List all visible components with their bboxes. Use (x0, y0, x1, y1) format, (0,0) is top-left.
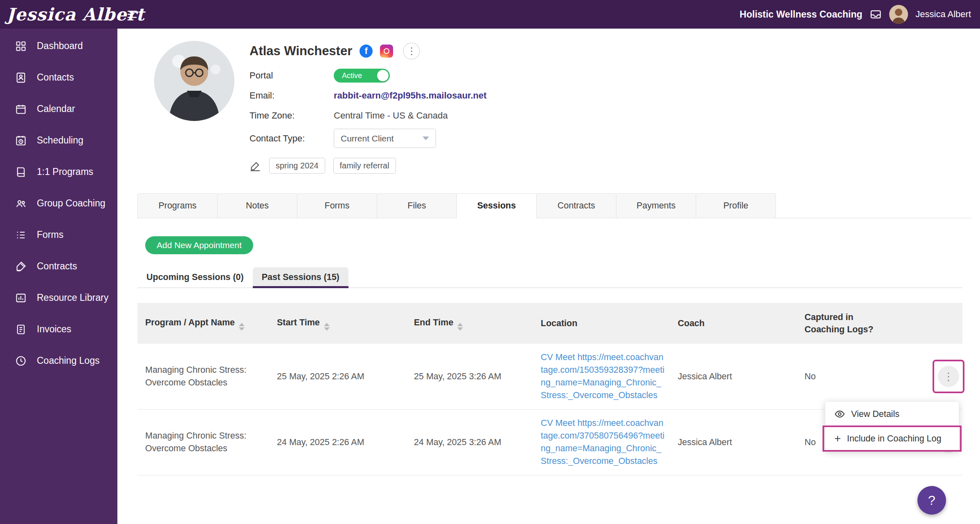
tab-notes[interactable]: Notes (217, 193, 297, 218)
tab-sessions[interactable]: Sessions (456, 193, 537, 218)
sidebar-item-label: Group Coaching (37, 198, 106, 209)
inbox-icon[interactable] (870, 8, 882, 20)
help-button[interactable]: ? (917, 486, 946, 515)
sidebar-item-invoices[interactable]: Invoices (0, 314, 117, 345)
sidebar-toggle-button[interactable] (126, 8, 138, 20)
sidebar-item-label: Coaching Logs (37, 355, 99, 366)
toggle-knob (377, 70, 389, 81)
sidebar-item-group-coaching[interactable]: Group Coaching (0, 188, 117, 219)
menu-item-include-in-coaching-log[interactable]: + Include in Coaching Log (825, 426, 959, 451)
calendar-icon (14, 102, 28, 116)
hamburger-icon (126, 8, 138, 20)
subtab-past-sessions[interactable]: Past Sessions (15) (253, 267, 348, 287)
tab-payments[interactable]: Payments (616, 193, 696, 218)
user-avatar[interactable] (889, 5, 908, 24)
contact-details: Atlas Winchester f ⋮ Portal Active Email… (249, 41, 487, 174)
add-new-appointment-button[interactable]: Add New Appointment (145, 236, 253, 254)
portal-row: Portal Active (249, 69, 487, 83)
contact-tabs: Programs Notes Forms Files Sessions Cont… (137, 193, 972, 218)
dashboard-icon (14, 39, 28, 53)
email-label: Email: (249, 90, 334, 101)
contact-avatar (154, 41, 234, 121)
sidebar-item-resource-library[interactable]: Resource Library (0, 282, 117, 314)
sidebar-item-label: Contracts (37, 261, 77, 272)
sort-icon[interactable] (324, 323, 330, 331)
programs-icon (14, 165, 28, 179)
contact-type-row: Contact Type: Current Client (249, 129, 487, 148)
sort-icon[interactable] (457, 323, 463, 331)
sort-icon[interactable] (239, 323, 245, 331)
sidebar-item-label: Calendar (37, 103, 75, 114)
subtab-upcoming-sessions[interactable]: Upcoming Sessions (0) (137, 267, 253, 287)
session-start: 25 May, 2025 2:26 AM (270, 344, 407, 410)
sidebar-item-programs[interactable]: 1:1 Programs (0, 156, 117, 188)
tab-programs[interactable]: Programs (137, 193, 218, 218)
sidebar-item-scheduling[interactable]: Scheduling (0, 125, 117, 156)
col-location: Location (534, 303, 671, 344)
email-link[interactable]: rabbit-earn@f2pl95hs.mailosaur.net (334, 90, 487, 101)
col-program[interactable]: Program / Appt Name (137, 303, 270, 344)
sidebar-item-dashboard[interactable]: Dashboard (0, 30, 117, 62)
sidebar-item-contracts[interactable]: Contracts (0, 251, 117, 282)
table-header-row: Program / Appt Name Start Time End Time … (137, 303, 962, 344)
location-link[interactable]: CV Meet https://meet.coachvantage.com/15… (541, 351, 665, 402)
sidebar-item-label: Scheduling (37, 135, 83, 146)
session-actions: ⋮ (899, 344, 962, 410)
portal-toggle[interactable]: Active (334, 69, 390, 83)
contacts-icon (14, 71, 28, 85)
row-actions-menu: View Details + Include in Coaching Log (825, 401, 959, 451)
contact-photo (154, 41, 234, 121)
topbar-right: Holistic Wellness Coaching Jessica Alber… (739, 5, 980, 24)
sidebar-item-calendar[interactable]: Calendar (0, 93, 117, 125)
col-start-time[interactable]: Start Time (270, 303, 407, 344)
coaching-logs-icon (14, 354, 28, 368)
contact-type-select[interactable]: Current Client (334, 129, 436, 148)
eye-icon (834, 409, 845, 419)
contact-info-rows: Portal Active Email: rabbit-earn@f2pl95h… (249, 69, 487, 148)
tab-profile[interactable]: Profile (696, 193, 776, 218)
tags-row: spring 2024 family referral (249, 158, 487, 174)
sidebar-item-contacts[interactable]: Contacts (0, 62, 117, 93)
tab-files[interactable]: Files (377, 193, 457, 218)
user-name[interactable]: Jessica Albert (915, 9, 971, 20)
contact-name-row: Atlas Winchester f ⋮ (249, 43, 487, 60)
contact-type-value: Current Client (341, 134, 394, 143)
contact-options-button[interactable]: ⋮ (403, 43, 420, 60)
tab-contracts[interactable]: Contracts (536, 193, 616, 218)
col-end-time[interactable]: End Time (407, 303, 534, 344)
timezone-row: Time Zone: Central Time - US & Canada (249, 109, 487, 123)
forms-icon (14, 228, 28, 242)
tab-forms[interactable]: Forms (297, 193, 377, 218)
menu-item-view-details[interactable]: View Details (825, 402, 959, 426)
timezone-value: Central Time - US & Canada (334, 110, 448, 121)
topbar: Jessica Albert Holistic Wellness Coachin… (0, 0, 980, 29)
edit-tags-icon[interactable] (249, 160, 261, 172)
facebook-icon[interactable]: f (360, 45, 373, 58)
sidebar: Dashboard Contacts Calendar Scheduling 1… (0, 29, 117, 524)
sidebar-item-label: Dashboard (37, 40, 83, 52)
col-actions (899, 303, 962, 344)
sidebar-item-label: Contacts (37, 72, 74, 83)
sidebar-item-label: 1:1 Programs (37, 166, 93, 177)
sidebar-item-forms[interactable]: Forms (0, 219, 117, 251)
session-location: CV Meet https://meet.coachvantage.com/37… (534, 410, 671, 475)
tag-pill[interactable]: spring 2024 (269, 158, 325, 174)
session-end: 24 May, 2025 3:26 AM (407, 410, 534, 475)
group-coaching-icon (14, 197, 28, 210)
resource-library-icon (14, 291, 28, 305)
instagram-icon[interactable] (380, 45, 393, 58)
sidebar-item-label: Resource Library (37, 292, 108, 303)
location-link[interactable]: CV Meet https://meet.coachvantage.com/37… (541, 417, 665, 468)
tag-pill[interactable]: family referral (333, 158, 396, 174)
row-actions-button[interactable]: ⋮ (938, 366, 959, 387)
contact-profile-header: Atlas Winchester f ⋮ Portal Active Email… (117, 29, 980, 174)
session-location: CV Meet https://meet.coachvantage.com/15… (534, 344, 671, 410)
sidebar-item-coaching-logs[interactable]: Coaching Logs (0, 345, 117, 376)
email-row: Email: rabbit-earn@f2pl95hs.mailosaur.ne… (249, 89, 487, 103)
sessions-subtabs: Upcoming Sessions (0) Past Sessions (15) (137, 267, 962, 288)
contact-type-label: Contact Type: (249, 133, 334, 144)
org-name[interactable]: Holistic Wellness Coaching (739, 9, 862, 20)
invoices-icon (14, 322, 28, 336)
brand-logo: Jessica Albert (0, 4, 119, 25)
session-coach: Jessica Albert (671, 344, 798, 410)
